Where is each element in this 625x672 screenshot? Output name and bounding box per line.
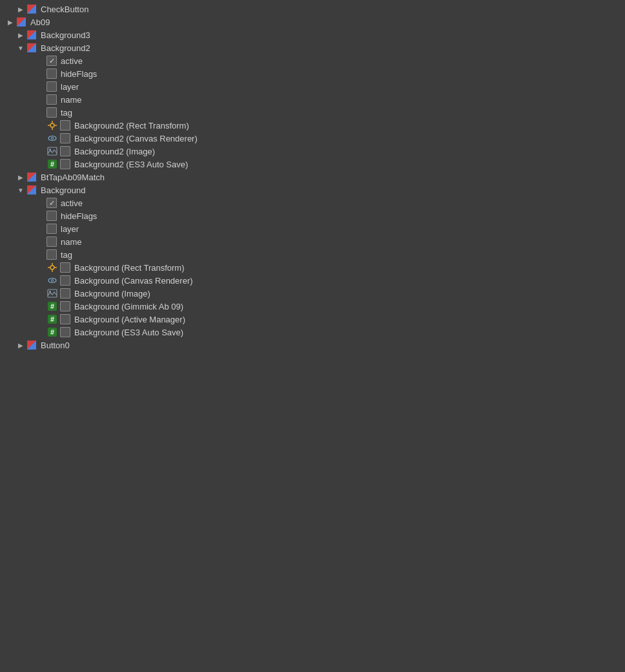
tree-row-bg-canvas[interactable]: Background (Canvas Renderer) [0, 274, 625, 287]
image-icon [46, 145, 58, 157]
tree-row-background3[interactable]: Background3 [0, 28, 625, 41]
tree-item-label: name [61, 237, 82, 247]
property-checkbox[interactable] [46, 107, 57, 118]
tree-item-label: tag [61, 250, 72, 260]
tree-item-label: Background (ES3 Auto Save) [74, 328, 183, 337]
tree-row-bg2-layer[interactable]: layer [0, 80, 625, 93]
tree-item-label: layer [61, 224, 79, 234]
expand-arrow[interactable] [15, 340, 26, 350]
property-checkbox[interactable] [60, 262, 70, 273]
svg-point-22 [50, 266, 54, 269]
expand-arrow[interactable] [5, 17, 15, 27]
tree-item-label: Background2 (Canvas Renderer) [74, 134, 198, 143]
gameobject-icon [15, 16, 27, 28]
tree-row-bg-active-manager[interactable]: #Background (Active Manager) [0, 313, 625, 326]
tree-row-bg2-active[interactable]: active [0, 54, 625, 67]
collapse-arrow[interactable] [15, 185, 26, 195]
property-checkbox[interactable] [60, 301, 70, 311]
property-checkbox[interactable] [46, 81, 57, 92]
expand-arrow[interactable] [15, 4, 26, 14]
tree-row-bg2-image[interactable]: Background2 (Image) [0, 145, 625, 158]
property-checkbox[interactable] [60, 327, 70, 337]
tree-row-bg-image[interactable]: Background (Image) [0, 287, 625, 300]
tree-row-bg2-hideflags[interactable]: hideFlags [0, 67, 625, 80]
tree-row-bg-tag[interactable]: tag [0, 248, 625, 261]
tree-row-bg-gimmick[interactable]: #Background (Gimmick Ab 09) [0, 300, 625, 313]
tree-row-bg2-name[interactable]: name [0, 93, 625, 106]
script-icon: # [46, 313, 58, 325]
property-checkbox[interactable] [46, 94, 57, 105]
tree-row-background[interactable]: Background [0, 184, 625, 196]
gameobject-icon [26, 3, 37, 15]
tree-item-label: Background2 (Image) [74, 147, 155, 156]
tree-item-label: CheckButton [41, 5, 88, 14]
tree-container: CheckButtonAb09Background3Background2act… [0, 0, 625, 354]
script-icon: # [46, 326, 58, 338]
tree-row-bg2-es3[interactable]: #Background2 (ES3 Auto Save) [0, 158, 625, 171]
expand-arrow[interactable] [15, 172, 26, 182]
tree-item-label: Button0 [41, 341, 70, 350]
svg-point-8 [50, 123, 54, 127]
svg-point-17 [49, 149, 51, 151]
property-checkbox[interactable] [60, 133, 70, 143]
tree-item-label: tag [61, 108, 72, 118]
property-checkbox[interactable] [60, 120, 70, 131]
property-checkbox[interactable] [60, 314, 70, 324]
gameobject-icon [26, 184, 37, 196]
tree-item-label: hideFlags [61, 69, 97, 79]
gameobject-icon [26, 29, 37, 41]
tree-row-bg2-rect[interactable]: Background2 (Rect Transform) [0, 119, 625, 132]
image-icon [46, 288, 58, 299]
property-checkbox[interactable] [46, 211, 57, 221]
tree-item-label: Background2 (Rect Transform) [74, 121, 189, 131]
property-checkbox[interactable] [60, 159, 70, 169]
collapse-arrow[interactable] [15, 43, 26, 53]
rect-transform-icon [46, 262, 58, 273]
tree-row-bttapab09[interactable]: BtTapAb09Match [0, 171, 625, 184]
gameobject-icon [26, 42, 37, 54]
property-checkbox[interactable] [46, 68, 57, 79]
tree-item-label: Background (Rect Transform) [74, 263, 185, 273]
property-checkbox[interactable] [46, 236, 57, 247]
tree-row-background2[interactable]: Background2 [0, 41, 625, 54]
tree-item-label: Background (Active Manager) [74, 315, 185, 324]
tree-row-bg2-canvas[interactable]: Background2 (Canvas Renderer) [0, 132, 625, 145]
tree-item-label: active [61, 198, 83, 208]
property-checkbox[interactable] [46, 224, 57, 234]
tree-item-label: Background (Canvas Renderer) [74, 276, 193, 286]
property-checkbox[interactable] [46, 56, 57, 66]
tree-row-bg-layer[interactable]: layer [0, 222, 625, 235]
tree-row-checkbutton[interactable]: CheckButton [0, 3, 625, 16]
tree-row-bg2-tag[interactable]: tag [0, 106, 625, 119]
tree-item-label: active [61, 56, 83, 66]
expand-arrow[interactable] [15, 30, 26, 40]
tree-item-label: Background [41, 185, 85, 195]
tree-row-bg-es3[interactable]: #Background (ES3 Auto Save) [0, 326, 625, 339]
tree-item-label: Ab09 [30, 17, 50, 27]
tree-item-label: Background2 (ES3 Auto Save) [74, 160, 188, 169]
canvas-renderer-icon [46, 275, 58, 286]
tree-row-bg-hideflags[interactable]: hideFlags [0, 209, 625, 222]
tree-row-ab09[interactable]: Ab09 [0, 16, 625, 28]
script-icon: # [46, 158, 58, 170]
tree-item-label: name [61, 95, 82, 105]
property-checkbox[interactable] [60, 275, 70, 286]
tree-item-label: hideFlags [61, 211, 97, 221]
gameobject-icon [26, 339, 37, 351]
tree-row-button0[interactable]: Button0 [0, 339, 625, 352]
tree-row-bg-active[interactable]: active [0, 196, 625, 209]
svg-point-15 [52, 138, 53, 139]
script-icon: # [46, 300, 58, 312]
property-checkbox[interactable] [60, 146, 70, 156]
property-checkbox[interactable] [46, 198, 57, 208]
property-checkbox[interactable] [60, 288, 70, 299]
tree-item-label: Background (Image) [74, 289, 150, 299]
tree-item-label: Background3 [41, 30, 90, 40]
gameobject-icon [26, 171, 37, 183]
canvas-renderer-icon [46, 132, 58, 144]
property-checkbox[interactable] [46, 249, 57, 260]
tree-row-bg-rect[interactable]: Background (Rect Transform) [0, 261, 625, 274]
tree-item-label: BtTapAb09Match [41, 173, 105, 182]
tree-row-bg-name[interactable]: name [0, 235, 625, 248]
tree-item-label: layer [61, 82, 79, 92]
